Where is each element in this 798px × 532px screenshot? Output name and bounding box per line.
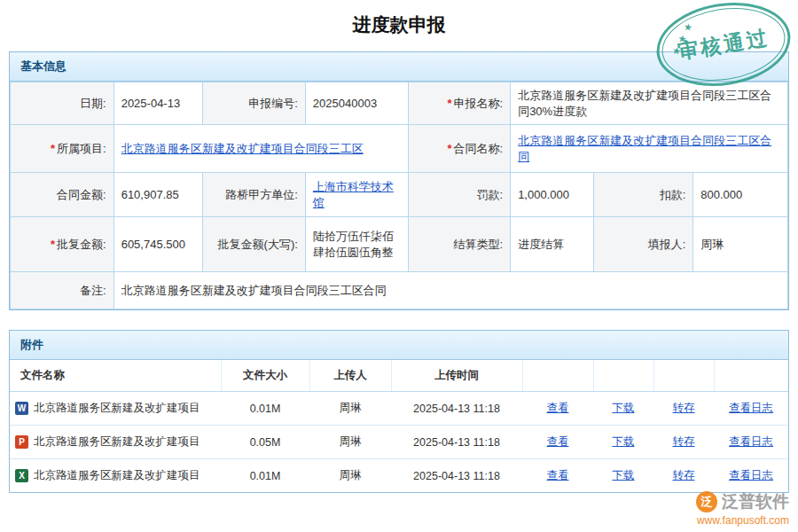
file-name: 北京路道服务区新建及改扩建项目: [34, 468, 200, 483]
basic-info-header: 基本信息: [10, 52, 788, 82]
basic-row-5: 备注: 北京路道服务区新建及改扩建项目合同段三工区合同: [11, 272, 788, 309]
column-uploader: 上传人: [309, 360, 391, 392]
view-log-link[interactable]: 查看日志: [729, 402, 773, 414]
download-link[interactable]: 下载: [613, 435, 635, 448]
required-mark: *: [51, 142, 55, 155]
column-file-name: 文件名称: [10, 360, 221, 392]
excel-file-icon: X: [15, 469, 28, 482]
file-name-cell: W北京路道服务区新建及改扩建项目: [10, 392, 221, 426]
view-log-link[interactable]: 查看日志: [729, 469, 773, 481]
file-size: 0.01M: [221, 459, 309, 493]
approved-amount-caps-label: 批复金额(大写):: [203, 217, 306, 272]
contract-amount-label: 合同金额:: [11, 173, 114, 217]
deduction-label: 扣款:: [593, 173, 693, 217]
word-file-icon: W: [15, 402, 28, 415]
party-a-unit-link[interactable]: 上海市科学技术馆: [313, 180, 394, 209]
approved-amount-value: 605,745.500: [113, 217, 203, 272]
view-link[interactable]: 查看: [547, 402, 569, 414]
basic-info-table: 日期: 2025-04-13 申报编号: 2025040003 *申报名称: 北…: [10, 82, 788, 309]
remark-value: 北京路道服务区新建及改扩建项目合同段三工区合同: [113, 272, 787, 309]
filler-label: 填报人:: [593, 217, 693, 272]
column-action-1: [522, 360, 593, 392]
view-log-link[interactable]: 查看日志: [729, 435, 773, 448]
project-link[interactable]: 北京路道服务区新建及改扩建项目合同段三工区: [121, 142, 364, 155]
file-name-cell: P北京路道服务区新建及改扩建项目: [10, 426, 221, 459]
declaration-no-value: 2025040003: [305, 82, 408, 125]
approved-amount-label: *批复金额:: [11, 217, 114, 272]
party-a-unit-label: 路桥甲方单位:: [203, 173, 306, 217]
fanpu-url-text: www.fanpusoft.com: [696, 514, 789, 527]
basic-info-panel: 基本信息 日期: 2025-04-13 申报编号: 2025040003 *申报…: [9, 51, 789, 310]
project-label-text: 所属项目:: [57, 142, 106, 155]
declaration-name-label: *申报名称:: [408, 82, 511, 125]
required-mark: *: [447, 97, 451, 110]
approved-amount-label-text: 批复金额:: [57, 238, 106, 251]
declaration-no-label: 申报编号:: [203, 82, 306, 125]
settlement-type-label: 结算类型:: [408, 217, 511, 272]
attachments-header-row: 文件名称 文件大小 上传人 上传时间: [10, 360, 788, 392]
uploader: 周琳: [309, 392, 391, 426]
approved-amount-caps-value: 陆拾万伍仟柒佰肆拾伍圆伍角整: [305, 217, 408, 272]
basic-row-4: *批复金额: 605,745.500 批复金额(大写): 陆拾万伍仟柒佰肆拾伍圆…: [11, 217, 788, 272]
required-mark: *: [447, 142, 451, 155]
progress-payment-declaration-page: 进度款申报 ★ ★ ★ 审核通过 基本信息 日期: 2025-04-13 申报编…: [0, 0, 798, 532]
powerpoint-file-icon: P: [15, 435, 28, 449]
filler-value: 周琳: [693, 217, 788, 272]
basic-row-1: 日期: 2025-04-13 申报编号: 2025040003 *申报名称: 北…: [11, 82, 788, 125]
party-a-unit-value: 上海市科学技术馆: [305, 173, 408, 217]
column-file-size: 文件大小: [221, 360, 309, 392]
column-upload-time: 上传时间: [391, 360, 522, 392]
declaration-name-label-text: 申报名称:: [454, 97, 504, 110]
file-name: 北京路道服务区新建及改扩建项目: [34, 434, 200, 450]
uploader: 周琳: [309, 459, 391, 493]
view-link[interactable]: 查看: [547, 469, 569, 481]
fanpu-logo-icon: 泛: [696, 491, 717, 512]
penalty-label: 罚款:: [408, 173, 511, 217]
basic-row-2: *所属项目: 北京路道服务区新建及改扩建项目合同段三工区 *合同名称: 北京路道…: [11, 125, 788, 173]
date-label: 日期:: [11, 82, 114, 125]
remark-label: 备注:: [11, 272, 114, 309]
file-size: 0.01M: [221, 392, 309, 426]
contract-amount-value: 610,907.85: [113, 173, 203, 217]
attachment-row: W北京路道服务区新建及改扩建项目 0.01M 周琳 2025-04-13 11:…: [10, 392, 788, 426]
download-link[interactable]: 下载: [613, 469, 635, 481]
attachments-table: 文件名称 文件大小 上传人 上传时间 W北京路道服务区新建及改扩建项目 0.01…: [10, 360, 788, 492]
upload-time: 2025-04-13 11:18: [391, 459, 522, 493]
attachments-header: 附件: [10, 331, 788, 360]
transfer-link[interactable]: 转存: [673, 469, 695, 481]
column-action-4: [714, 360, 788, 392]
file-name: 北京路道服务区新建及改扩建项目: [34, 401, 200, 416]
project-label: *所属项目:: [11, 125, 114, 173]
fanpu-brand-text: 泛普软件: [722, 490, 789, 513]
deduction-value: 800.000: [693, 173, 788, 217]
penalty-value: 1,000.000: [511, 173, 594, 217]
transfer-link[interactable]: 转存: [673, 435, 695, 448]
column-action-3: [653, 360, 714, 392]
date-value: 2025-04-13: [113, 82, 203, 125]
upload-time: 2025-04-13 11:18: [391, 392, 522, 426]
file-size: 0.05M: [221, 426, 309, 459]
attachment-row: X北京路道服务区新建及改扩建项目 0.01M 周琳 2025-04-13 11:…: [10, 459, 788, 493]
uploader: 周琳: [309, 426, 391, 459]
fanpu-watermark: 泛 泛普软件 www.fanpusoft.com: [696, 490, 789, 527]
contract-name-value: 北京路道服务区新建及改扩建项目合同段三工区合同: [511, 125, 788, 173]
attachment-row: P北京路道服务区新建及改扩建项目 0.05M 周琳 2025-04-13 11:…: [10, 426, 788, 459]
settlement-type-value: 进度结算: [511, 217, 594, 272]
basic-row-3: 合同金额: 610,907.85 路桥甲方单位: 上海市科学技术馆 罚款: 1,…: [11, 173, 788, 217]
declaration-name-value: 北京路道服务区新建及改扩建项目合同段三工区合同30%进度款: [511, 82, 788, 125]
download-link[interactable]: 下载: [613, 402, 635, 414]
attachments-panel: 附件 文件名称 文件大小 上传人 上传时间: [9, 330, 789, 493]
column-action-2: [593, 360, 653, 392]
project-value: 北京路道服务区新建及改扩建项目合同段三工区: [113, 125, 408, 173]
transfer-link[interactable]: 转存: [673, 402, 695, 414]
page-title: 进度款申报: [0, 0, 798, 37]
upload-time: 2025-04-13 11:18: [391, 426, 522, 459]
required-mark: *: [51, 238, 55, 251]
contract-name-label: *合同名称:: [408, 125, 511, 173]
contract-name-label-text: 合同名称:: [454, 142, 504, 155]
view-link[interactable]: 查看: [547, 435, 569, 448]
contract-name-link[interactable]: 北京路道服务区新建及改扩建项目合同段三工区合同: [518, 134, 771, 163]
file-name-cell: X北京路道服务区新建及改扩建项目: [10, 459, 221, 493]
